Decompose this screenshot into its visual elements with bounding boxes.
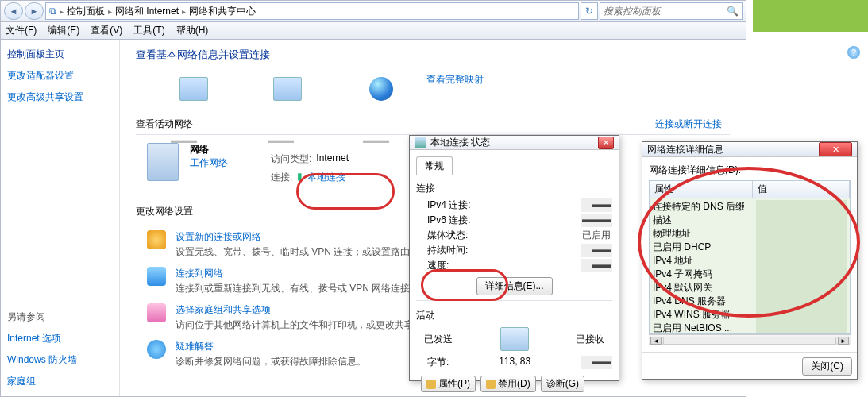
search-box[interactable]: 🔍 bbox=[600, 2, 743, 20]
properties-button[interactable]: 属性(P) bbox=[421, 376, 476, 392]
activity-monitor-icon bbox=[500, 327, 529, 351]
shield-icon bbox=[426, 380, 436, 389]
bytes-label: 字节: bbox=[427, 356, 449, 369]
ipv4-value: ▬▬ bbox=[581, 198, 612, 212]
homegroup-desc: 访问位于其他网络计算机上的文件和打印机，或更改共享设置。 bbox=[176, 318, 442, 332]
refresh-button[interactable]: ↻ bbox=[581, 2, 598, 20]
diagnose-button[interactable]: 诊断(G) bbox=[541, 376, 584, 392]
details-dialog-title: 网络连接详细信息 bbox=[647, 143, 814, 156]
property-value bbox=[756, 322, 847, 334]
shield-icon bbox=[486, 380, 496, 389]
page-title: 查看基本网络信息并设置连接 bbox=[136, 48, 730, 62]
bytes-value: 113, 83 bbox=[499, 356, 530, 369]
connect-network-desc: 连接到或重新连接到无线、有线、拨号或 VPN 网络连接。 bbox=[176, 282, 419, 295]
connection-header: 连接 bbox=[416, 182, 612, 195]
sidebar: 控制面板主页 更改适配器设置 更改高级共享设置 另请参阅 Internet 选项… bbox=[1, 40, 120, 396]
node-label-blur: ▬▬▬ bbox=[363, 135, 389, 145]
search-input[interactable] bbox=[604, 6, 727, 17]
speed-value: ▬▬ bbox=[581, 259, 612, 272]
annotation-circle bbox=[296, 173, 395, 210]
troubleshoot-link[interactable]: 疑难解答 bbox=[176, 341, 214, 352]
setup-connection-icon bbox=[147, 230, 166, 249]
activity-header: 活动 bbox=[416, 309, 612, 322]
sidebar-adapter[interactable]: 更改适配器设置 bbox=[7, 69, 113, 83]
node-label-blur: ▬▬▬ bbox=[171, 135, 197, 145]
connection-label: 连接: bbox=[271, 171, 292, 184]
scroll-left-button[interactable]: ◄ bbox=[650, 337, 662, 345]
internet-icon bbox=[369, 77, 393, 101]
nav-back-button[interactable]: ◄ bbox=[4, 2, 23, 20]
sidebar-hg[interactable]: 家庭组 bbox=[7, 375, 113, 388]
setup-connection-link[interactable]: 设置新的连接或网络 bbox=[176, 231, 261, 242]
ipv4-label: IPv4 连接: bbox=[427, 198, 471, 212]
status-close-x[interactable]: ✕ bbox=[598, 137, 614, 149]
search-icon: 🔍 bbox=[727, 6, 739, 17]
media-label: 媒体状态: bbox=[427, 229, 468, 242]
active-net-label: 查看活动网络 bbox=[136, 118, 193, 131]
address-bar: ◄ ► ⧉ ▸ 控制面板 ▸ 网络和 Internet ▸ 网络和共享中心 ↻ … bbox=[0, 0, 746, 22]
annotation-circle bbox=[421, 269, 508, 301]
scroll-track[interactable] bbox=[663, 337, 836, 345]
ipv6-label: IPv6 连接: bbox=[427, 214, 471, 227]
nav-fwd-button[interactable]: ► bbox=[25, 2, 44, 20]
scroll-right-button[interactable]: ► bbox=[838, 337, 849, 345]
recv-label: 已接收 bbox=[576, 333, 604, 346]
status-dialog: 本地连接 状态 ✕ 常规 连接 IPv4 连接:▬▬ IPv6 连接:▬▬▬ 媒… bbox=[409, 135, 619, 381]
access-type-label: 访问类型: bbox=[271, 152, 311, 166]
pc-icon bbox=[179, 77, 208, 101]
connect-network-icon bbox=[147, 267, 166, 286]
menu-bar: 文件(F) 编辑(E) 查看(V) 工具(T) 帮助(H) bbox=[0, 22, 746, 40]
homegroup-link[interactable]: 选择家庭组和共享选项 bbox=[176, 304, 271, 315]
troubleshoot-desc: 诊断并修复网络问题，或获得故障排除信息。 bbox=[176, 355, 366, 368]
menu-file[interactable]: 文件(F) bbox=[6, 24, 37, 37]
homegroup-icon bbox=[147, 303, 166, 322]
disable-button[interactable]: 禁用(D) bbox=[480, 376, 536, 392]
router-icon bbox=[273, 77, 302, 101]
tab-general[interactable]: 常规 bbox=[416, 156, 453, 175]
change-settings-label: 更改网络设置 bbox=[136, 205, 193, 218]
network-map bbox=[172, 73, 403, 105]
help-icon[interactable]: ? bbox=[847, 46, 860, 59]
breadcrumb[interactable]: ⧉ ▸ 控制面板 ▸ 网络和 Internet ▸ 网络和共享中心 bbox=[45, 2, 579, 20]
network-type-icon bbox=[147, 143, 179, 181]
details-row[interactable]: 已启用 NetBIOS ... bbox=[650, 322, 850, 334]
status-dialog-title: 本地连接 状态 bbox=[430, 136, 593, 149]
horizontal-scrollbar[interactable]: ◄ ► bbox=[649, 334, 851, 345]
view-full-map-link[interactable]: 查看完整映射 bbox=[426, 73, 484, 87]
sidebar-fw[interactable]: Windows 防火墙 bbox=[7, 353, 113, 367]
connect-network-link[interactable]: 连接到网络 bbox=[176, 268, 223, 279]
duration-value: ▬▬ bbox=[581, 244, 612, 257]
details-close-button[interactable]: 关闭(C) bbox=[802, 357, 852, 376]
duration-label: 持续时间: bbox=[427, 244, 468, 257]
node-label-blur: ▬▬▬ bbox=[268, 135, 294, 145]
connect-disconnect-link[interactable]: 连接或断开连接 bbox=[655, 118, 722, 131]
sidebar-sharing[interactable]: 更改高级共享设置 bbox=[7, 91, 113, 104]
access-type-value: Internet bbox=[316, 152, 349, 166]
menu-tools[interactable]: 工具(T) bbox=[133, 24, 164, 37]
annotation-circle bbox=[638, 167, 860, 318]
menu-help[interactable]: 帮助(H) bbox=[176, 24, 209, 37]
background-accent bbox=[753, 0, 868, 32]
network-type-link[interactable]: 工作网络 bbox=[190, 157, 228, 168]
ipv6-value: ▬▬▬ bbox=[581, 214, 612, 227]
sidebar-inet[interactable]: Internet 选项 bbox=[7, 332, 113, 345]
sidebar-seealso: 另请参阅 bbox=[7, 310, 113, 324]
dialog-icon bbox=[415, 137, 426, 148]
sent-label: 已发送 bbox=[424, 333, 453, 346]
menu-view[interactable]: 查看(V) bbox=[91, 24, 122, 37]
media-value: 已启用 bbox=[581, 229, 612, 242]
bytes-recv-value: ▬▬ bbox=[581, 356, 612, 369]
property-name: 已启用 NetBIOS ... bbox=[653, 322, 756, 334]
details-close-x[interactable]: ✕ bbox=[819, 142, 852, 156]
troubleshoot-icon bbox=[147, 340, 166, 359]
details-dialog: 网络连接详细信息 ✕ 网络连接详细信息(D): 属性 值 连接特定的 DNS 后… bbox=[642, 141, 858, 380]
menu-edit[interactable]: 编辑(E) bbox=[48, 24, 79, 37]
sidebar-home[interactable]: 控制面板主页 bbox=[7, 48, 113, 61]
